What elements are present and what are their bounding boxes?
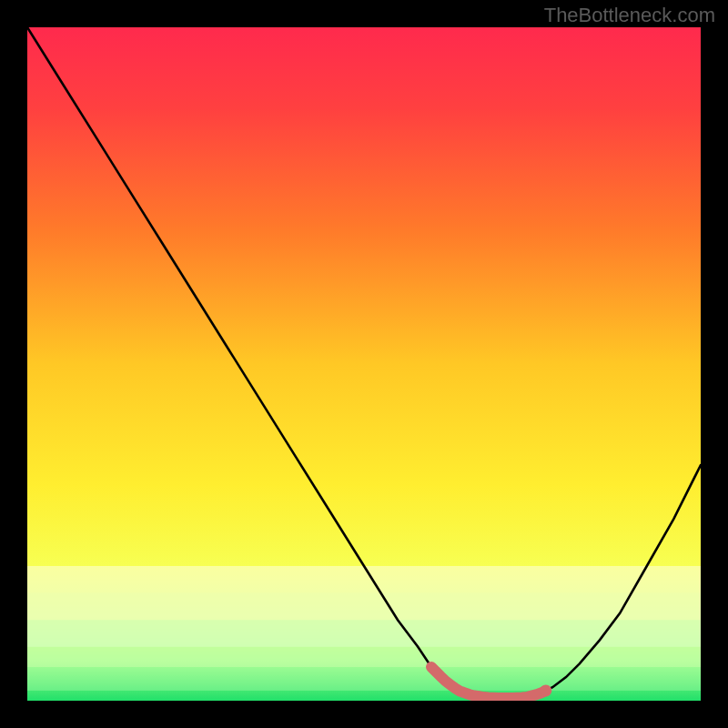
watermark-text: TheBottleneck.com bbox=[544, 4, 715, 27]
bottleneck-chart bbox=[27, 27, 701, 701]
glow-bands bbox=[27, 566, 701, 691]
svg-rect-2 bbox=[27, 620, 701, 691]
optimal-range-end-dot bbox=[540, 684, 551, 696]
chart-svg bbox=[27, 27, 701, 701]
